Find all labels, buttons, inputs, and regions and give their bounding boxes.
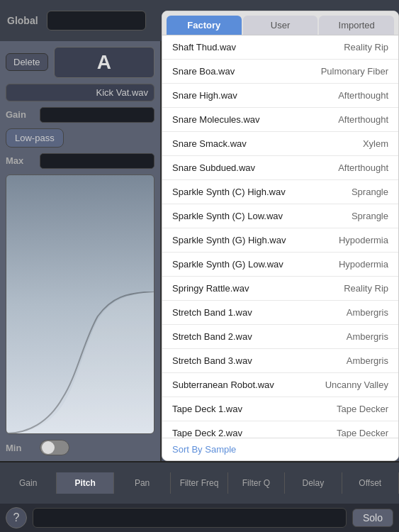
item-name: Snare High.wav [172, 90, 237, 101]
min-toggle[interactable] [40, 440, 69, 455]
item-pack: Hypodermia [339, 235, 388, 245]
item-pack: Tape Decker [337, 404, 388, 414]
gain-row: Gain [6, 107, 154, 123]
item-name: Snare Molecules.wav [172, 114, 260, 125]
tab-gain[interactable]: Gain [0, 472, 57, 494]
list-item[interactable]: Sparkle Synth (G) High.wavHypodermia [162, 228, 398, 253]
help-button[interactable]: ? [6, 507, 27, 528]
tab-pan[interactable]: Pan [114, 472, 171, 494]
list-item[interactable]: Stretch Band 3.wavAmbergris [162, 349, 398, 373]
item-name: Snare Boa.wav [172, 66, 235, 77]
letter-display: A [54, 47, 154, 78]
item-pack: Sprangle [352, 187, 388, 197]
item-pack: Reality Rip [344, 283, 388, 294]
tab-user[interactable]: User [243, 16, 318, 35]
list-item[interactable]: Snare Boa.wavPulmonary Fiber [162, 60, 398, 84]
toggle-knob [42, 441, 55, 454]
tab-factory[interactable]: Factory [167, 16, 242, 35]
list-item[interactable]: Stretch Band 1.wavAmbergris [162, 301, 398, 325]
item-name: Snare Smack.wav [172, 138, 247, 149]
delete-button[interactable]: Delete [6, 53, 48, 71]
item-pack: Ambergris [347, 331, 388, 342]
sort-by-sample[interactable]: Sort By Sample [162, 438, 398, 460]
lowpass-button[interactable]: Low-pass [6, 128, 64, 148]
status-bar: ? Solo [0, 504, 399, 532]
item-name: Stretch Band 2.wav [172, 331, 252, 342]
item-name: Sparkle Synth (C) High.wav [172, 187, 286, 197]
global-label: Global [7, 15, 38, 26]
dropdown-overlay: Factory User Imported Shaft Thud.wavReal… [162, 11, 399, 461]
list-item[interactable]: Sparkle Synth (C) Low.wavSprangle [162, 204, 398, 228]
item-name: Springy Rattle.wav [172, 283, 249, 294]
item-name: Subterranean Robot.wav [172, 379, 274, 390]
list-item[interactable]: Sparkle Synth (G) Low.wavHypodermia [162, 253, 398, 277]
item-name: Shaft Thud.wav [172, 42, 236, 52]
tab-offset[interactable]: Offset [342, 472, 399, 494]
min-label: Min [6, 443, 34, 453]
max-slider[interactable] [40, 153, 154, 169]
item-pack: Ambergris [347, 355, 388, 366]
item-pack: Hypodermia [339, 259, 388, 270]
item-name: Sparkle Synth (C) Low.wav [172, 211, 283, 221]
list-item[interactable]: Sparkle Synth (C) High.wavSprangle [162, 180, 398, 204]
dropdown-tabs: Factory User Imported [162, 11, 398, 35]
item-pack: Afterthought [338, 114, 388, 125]
item-pack: Pulmonary Fiber [321, 66, 388, 77]
waveform-display [6, 174, 154, 434]
item-name: Stretch Band 1.wav [172, 307, 252, 318]
list-item[interactable]: Snare High.wavAfterthought [162, 84, 398, 108]
list-item[interactable]: Snare Subdued.wavAfterthought [162, 156, 398, 180]
list-item[interactable]: Snare Molecules.wavAfterthought [162, 108, 398, 132]
global-slider[interactable] [47, 11, 146, 31]
tab-pitch[interactable]: Pitch [57, 472, 113, 494]
min-row: Min [6, 440, 154, 455]
dropdown-list: Shaft Thud.wavReality RipSnare Boa.wavPu… [162, 35, 398, 438]
item-pack: Tape Decker [337, 428, 388, 438]
item-pack: Sprangle [352, 211, 388, 221]
left-panel: Delete A Kick Vat.wav Gain Low-pass Max … [0, 41, 162, 461]
max-row: Max [6, 153, 154, 169]
list-item[interactable]: Shaft Thud.wavReality Rip [162, 35, 398, 60]
item-name: Sparkle Synth (G) High.wav [172, 235, 286, 245]
bottom-tabs: GainPitchPanFilter FreqFilter QDelayOffs… [0, 461, 399, 504]
tab-delay[interactable]: Delay [285, 472, 342, 494]
item-pack: Reality Rip [344, 42, 388, 52]
tab-filter-q[interactable]: Filter Q [228, 472, 285, 494]
list-item[interactable]: Stretch Band 2.wavAmbergris [162, 325, 398, 349]
list-item[interactable]: Subterranean Robot.wavUncanny Valley [162, 373, 398, 397]
item-name: Tape Deck 2.wav [172, 428, 242, 438]
delete-row: Delete A [6, 47, 154, 78]
list-item[interactable]: Tape Deck 2.wavTape Decker [162, 421, 398, 438]
list-item[interactable]: Springy Rattle.wavReality Rip [162, 277, 398, 301]
status-input[interactable] [33, 508, 347, 528]
item-pack: Uncanny Valley [325, 379, 388, 390]
max-label: Max [6, 155, 34, 166]
gain-label: Gain [6, 109, 34, 120]
tab-filter-freq[interactable]: Filter Freq [171, 472, 227, 494]
item-pack: Ambergris [347, 307, 388, 318]
item-name: Sparkle Synth (G) Low.wav [172, 259, 283, 270]
list-item[interactable]: Snare Smack.wavXylem [162, 132, 398, 156]
item-name: Stretch Band 3.wav [172, 355, 252, 366]
sample-name-display: Kick Vat.wav [6, 84, 154, 101]
item-pack: Afterthought [338, 90, 388, 101]
item-pack: Xylem [363, 138, 388, 149]
gain-slider[interactable] [40, 107, 154, 123]
solo-button[interactable]: Solo [352, 509, 393, 527]
item-name: Snare Subdued.wav [172, 162, 255, 173]
item-name: Tape Deck 1.wav [172, 404, 242, 414]
list-item[interactable]: Tape Deck 1.wavTape Decker [162, 397, 398, 421]
tab-imported[interactable]: Imported [319, 16, 394, 35]
item-pack: Afterthought [338, 162, 388, 173]
